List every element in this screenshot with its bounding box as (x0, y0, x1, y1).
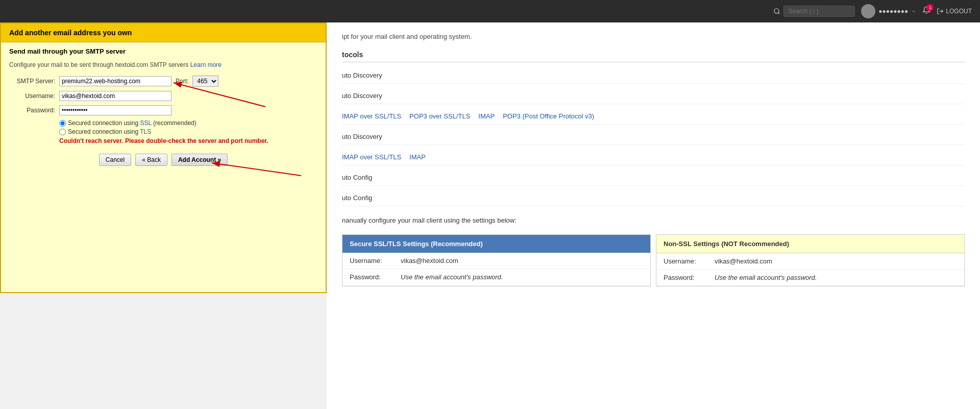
list-item: uto Discovery (342, 88, 965, 104)
svg-point-0 (774, 9, 779, 13)
cancel-button[interactable]: Cancel (99, 154, 131, 166)
search-icon (773, 8, 780, 15)
back-button[interactable]: « Back (135, 154, 167, 166)
bg-content: ipt for your mail client and operating s… (327, 22, 980, 409)
port-label: Port: (176, 78, 188, 85)
username-row: Username: (9, 91, 317, 101)
port-select[interactable]: 465 587 25 (192, 76, 218, 87)
tls-radio[interactable] (59, 129, 66, 135)
row-label: uto Config (342, 194, 403, 202)
username-label: Username: (9, 92, 55, 100)
list-item: uto Discovery (342, 129, 965, 145)
modal-title: Add another email address you own (1, 23, 326, 42)
ssl-panel: Secure SSL/TLS Settings (Recommended) Us… (342, 234, 651, 286)
search-bar[interactable] (773, 6, 855, 17)
bg-intro: ipt for your mail client and operating s… (342, 33, 965, 40)
ssl-radio-label: Secured connection using SSL (recommende… (68, 119, 197, 127)
ssl-password-value: Use the email account's password. (401, 273, 503, 281)
nonssl-panel: Non-SSL Settings (NOT Recommended) Usern… (656, 234, 965, 286)
modal-subheader: Send mail through your SMTP server (1, 42, 326, 58)
protocols-title: tocols (342, 51, 965, 62)
imap-ssl-link[interactable]: IMAP over SSL/TLS (342, 112, 401, 120)
password-row: Password: (9, 105, 317, 115)
username-label: ●●●●●●●● (878, 8, 908, 15)
ssl-radio-row: Secured connection using SSL (recommende… (59, 119, 317, 127)
imap-link2[interactable]: IMAP (409, 153, 426, 161)
password-input[interactable] (59, 105, 172, 115)
modal-body: Configure your mail to be sent through h… (1, 58, 326, 176)
pop3-ssl-link[interactable]: POP3 over SSL/TLS (409, 112, 470, 120)
password-label: Password: (9, 107, 55, 114)
ssl-link[interactable]: SSL (140, 119, 151, 127)
username-input[interactable] (59, 91, 172, 101)
ssl-password-row: Password: Use the email account's passwo… (342, 269, 650, 285)
notifications-bell[interactable]: 1 (922, 6, 930, 16)
row-label: uto Discovery (342, 133, 403, 140)
modal-footer: Cancel « Back Add Account » (9, 149, 317, 166)
avatar (861, 4, 875, 18)
tls-link[interactable]: TLS (140, 128, 151, 135)
list-item: IMAP over SSL/TLS POP3 over SSL/TLS IMAP… (342, 108, 965, 125)
ssl-panel-header: Secure SSL/TLS Settings (Recommended) (342, 235, 650, 253)
nonssl-username-row: Username: vikas@hextoid.com (656, 253, 964, 270)
row-label: uto Discovery (342, 71, 403, 79)
nonssl-password-row: Password: Use the email account's passwo… (656, 270, 964, 286)
tls-radio-row: Secured connection using TLS (59, 128, 317, 135)
nonssl-password-label: Password: (664, 274, 715, 281)
list-item: IMAP over SSL/TLS IMAP (342, 149, 965, 165)
row-label: uto Discovery (342, 92, 403, 100)
settings-panels: Secure SSL/TLS Settings (Recommended) Us… (342, 234, 965, 286)
tls-radio-label: Secured connection using TLS (68, 128, 151, 135)
chevron-down-icon (911, 9, 916, 14)
ssl-username-value: vikas@hextoid.com (401, 257, 458, 264)
error-message: Couldn't reach server. Please double-che… (59, 137, 317, 145)
search-input[interactable] (783, 6, 855, 17)
ssl-password-label: Password: (350, 273, 401, 281)
list-item: uto Config (342, 170, 965, 186)
list-item: uto Discovery (342, 67, 965, 84)
add-account-button[interactable]: Add Account » (172, 154, 228, 166)
row-label: uto Config (342, 174, 403, 181)
manual-section: nanually configure your mail client usin… (342, 216, 965, 224)
user-menu[interactable]: ●●●●●●●● (861, 4, 916, 18)
imap-ssl-link2[interactable]: IMAP over SSL/TLS (342, 153, 401, 161)
ssl-username-label: Username: (350, 257, 401, 264)
svg-line-1 (778, 13, 780, 14)
list-item: uto Config (342, 190, 965, 206)
nonssl-panel-header: Non-SSL Settings (NOT Recommended) (656, 235, 964, 253)
notification-badge: 1 (926, 4, 934, 11)
topbar: ●●●●●●●● 1 LOGOUT (0, 0, 980, 22)
nonssl-username-value: vikas@hextoid.com (715, 257, 772, 265)
logout-label: LOGOUT (946, 8, 972, 15)
pop3-link[interactable]: POP3 (Post Office Protocol v3) (503, 112, 594, 120)
smtp-server-input[interactable] (59, 76, 172, 86)
ssl-username-row: Username: vikas@hextoid.com (342, 253, 650, 269)
smtp-modal: Add another email address you own Send m… (0, 22, 327, 293)
learn-more-link[interactable]: Learn more (190, 61, 222, 68)
smtp-server-row: SMTP Server: Port: 465 587 25 (9, 76, 317, 87)
logout-icon (937, 8, 944, 15)
nonssl-password-value: Use the email account's password. (715, 274, 817, 281)
connection-options: Secured connection using SSL (recommende… (59, 119, 317, 135)
smtp-server-label: SMTP Server: (9, 78, 55, 85)
nonssl-username-label: Username: (664, 257, 715, 265)
imap-link[interactable]: IMAP (478, 112, 495, 120)
ssl-radio[interactable] (59, 120, 66, 127)
modal-intro: Configure your mail to be sent through h… (9, 61, 317, 68)
logout-button[interactable]: LOGOUT (937, 8, 972, 15)
